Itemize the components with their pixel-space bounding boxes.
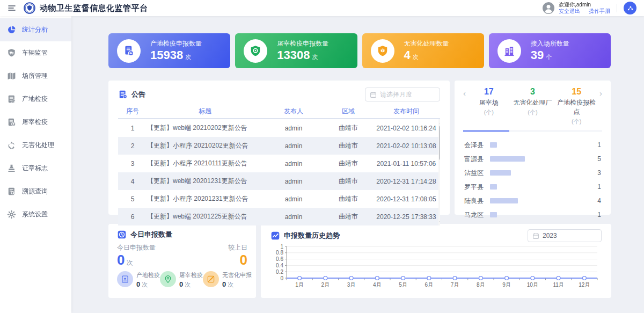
stat-card-icon-circle [244, 39, 267, 63]
today-item-label: 产地检疫 [136, 271, 160, 279]
month-picker-placeholder: 请选择月度 [380, 90, 412, 99]
sidebar-item-8[interactable]: 系统设置 [0, 203, 71, 226]
stat-card-label: 无害化处理数量 [404, 39, 449, 48]
svg-text:8月: 8月 [477, 282, 485, 288]
table-row-1[interactable]: 2【更新】小程序 20210202更新公告admin曲靖市2021-02-02 … [118, 137, 440, 155]
table-cell: 6 [118, 213, 147, 221]
facility-tab-1[interactable]: 3无害化处理厂(个) [511, 87, 555, 126]
sidebar-item-0[interactable]: 统计分析 [0, 18, 71, 41]
bar [490, 198, 518, 203]
sidebar-item-label: 统计分析 [22, 25, 48, 34]
table-cell: 【更新】小程序 20210111更新公告 [147, 159, 263, 168]
pie-chart-icon [7, 25, 16, 34]
bar-value: 4 [597, 197, 601, 205]
table-cell: admin [263, 160, 324, 168]
today-item-1: 屠宰检疫0次 [160, 271, 203, 289]
compare-label: 较上日 [228, 243, 247, 252]
chevron-left-icon[interactable]: ‹ [462, 87, 467, 97]
header-right: 欢迎你,admin 安全退出 操作手册 [543, 2, 636, 15]
sidebar-item-2[interactable]: 场所管理 [0, 64, 71, 88]
table-row-3[interactable]: 4【更新】web端 20201231更新公告admin曲靖市2020-12-31… [118, 172, 440, 190]
bar [490, 156, 525, 162]
stat-card-label: 产地检疫申报数量 [150, 39, 202, 48]
announcements-panel: 公告 请选择月度 序号标题发布人区域发布时间 1【更新】web端 2021020… [108, 81, 450, 215]
announcements-table: 序号标题发布人区域发布时间 1【更新】web端 20210202更新公告admi… [118, 104, 440, 225]
logout-link[interactable]: 安全退出 [559, 8, 580, 15]
certificate-icon [117, 271, 133, 287]
stat-card-icon-circle [497, 39, 521, 63]
month-picker-input[interactable]: 请选择月度 [365, 88, 440, 101]
bar-category-label: 沾益区 [464, 169, 490, 178]
scroll-down-arrow[interactable] [440, 221, 441, 224]
svg-text:5月: 5月 [399, 282, 407, 288]
today-item-label: 屠宰检疫 [179, 271, 203, 279]
trend-line-chart: 00.20.40.60.811月2月3月4月5月6月7月8月9月10月11月12… [270, 244, 602, 293]
bar [490, 184, 497, 190]
table-row-5[interactable]: 6【更新】web端 20201225更新公告admin曲靖市2020-12-25… [118, 208, 440, 225]
table-cell: 【更新】小程序 20210202更新公告 [147, 141, 263, 150]
sidebar-item-7[interactable]: 溯源查询 [0, 180, 71, 203]
manual-link[interactable]: 操作手册 [589, 8, 610, 15]
shield-ring-icon [250, 45, 261, 57]
year-picker-input[interactable]: 2023 [528, 229, 602, 242]
sidebar-item-1[interactable]: 车辆监管 [0, 41, 71, 64]
table-row-4[interactable]: 5【更新】小程序 20201231更新公告admin曲靖市2020-12-31 … [118, 190, 440, 208]
header-divider [617, 4, 617, 12]
stat-card-value: 13308次 [277, 48, 328, 62]
sidebar-item-4[interactable]: 屠宰检疫 [0, 111, 71, 134]
table-header-row: 序号标题发布人区域发布时间 [118, 104, 440, 119]
sidebar-item-label: 产地检疫 [22, 94, 48, 104]
sidebar-item-5[interactable]: 无害化处理 [0, 134, 71, 157]
compare-value: 0 [240, 252, 247, 268]
today-item-0: 产地检疫0次 [117, 271, 160, 289]
menu-collapse-icon[interactable] [8, 4, 16, 12]
table-cell: 2020-12-25 17:38:33 [372, 213, 440, 221]
table-row-0[interactable]: 1【更新】web端 20210202更新公告admin曲靖市2021-02-02… [118, 119, 440, 137]
scroll-up-arrow[interactable] [440, 120, 441, 123]
svg-text:0: 0 [280, 275, 283, 281]
facility-tab-0[interactable]: 17屠宰场(个) [467, 87, 511, 126]
app-header: 动物卫生监督信息化监管平台 欢迎你,admin 安全退出 操作手册 [0, 0, 644, 16]
sidebar-item-label: 车辆监管 [22, 48, 48, 57]
sidebar-item-6[interactable]: 证章标志 [0, 157, 71, 180]
table-cell: 3 [118, 160, 147, 168]
bar-category-label: 会泽县 [464, 141, 490, 150]
table-cell: 【更新】web端 20210202更新公告 [147, 123, 263, 133]
vehicle-shield-icon [7, 48, 16, 57]
table-scrollbar[interactable] [438, 119, 440, 225]
share-button[interactable] [624, 2, 636, 14]
facility-tab-2[interactable]: 15产地检疫报检点(个) [554, 87, 598, 126]
welcome-text: 欢迎你,admin [559, 2, 610, 9]
table-cell: 5 [118, 195, 147, 203]
user-block: 欢迎你,admin 安全退出 操作手册 [559, 2, 610, 15]
trend-panel-title: 申报数量历史趋势 [284, 231, 340, 241]
facility-tab-unit: (个) [511, 108, 555, 117]
sidebar: 统计分析车辆监管场所管理产地检疫屠宰检疫无害化处理证章标志溯源查询系统设置 [0, 16, 71, 313]
location-pin-icon [160, 271, 176, 287]
chevron-right-icon[interactable]: › [598, 87, 603, 97]
sidebar-item-3[interactable]: 产地检疫 [0, 88, 71, 111]
bar [490, 212, 497, 217]
today-panel-title: 今日申报数量 [130, 230, 172, 239]
stat-card-icon-circle [371, 39, 394, 63]
stat-card-label: 接入场所数量 [531, 39, 569, 48]
sidebar-item-label: 屠宰检疫 [22, 118, 48, 127]
today-count-value: 0次 [117, 252, 133, 268]
svg-text:2月: 2月 [321, 282, 330, 288]
table-cell: 曲靖市 [324, 194, 372, 203]
scroll-thumb[interactable] [439, 126, 440, 160]
stamp-icon [7, 164, 16, 173]
clock-square-icon [117, 230, 127, 239]
stat-card-1: 屠宰检疫申报数量13308次 [235, 33, 357, 68]
user-avatar-icon [543, 2, 554, 14]
today-item-value: 0次 [136, 280, 160, 289]
facility-tab-unit: (个) [467, 108, 511, 117]
tab-underline-segment [463, 130, 509, 132]
column-header-3: 区域 [324, 107, 372, 116]
table-row-2[interactable]: 3【更新】小程序 20210111更新公告admin曲靖市2021-01-11 … [118, 155, 440, 172]
table-body: 1【更新】web端 20210202更新公告admin曲靖市2021-02-02… [118, 119, 440, 225]
facility-tab-label: 无害化处理厂 [511, 98, 555, 107]
bar [490, 142, 497, 148]
facility-bar-row: 罗平县1 [464, 180, 601, 194]
bar-category-label: 罗平县 [464, 183, 490, 192]
